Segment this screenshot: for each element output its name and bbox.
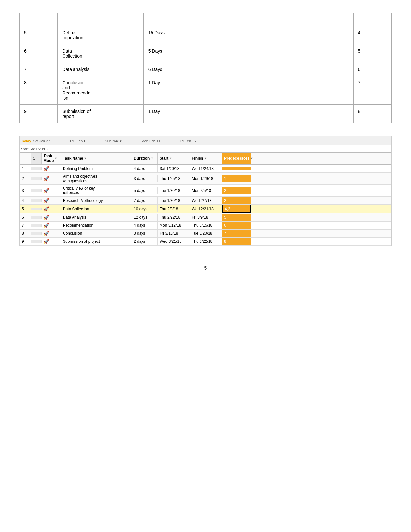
gantt-cell-pred: 5 xyxy=(222,214,251,221)
gantt-cell-duration: 3 days xyxy=(132,175,158,182)
gantt-cell-start: Thu 2/22/18 xyxy=(158,214,190,221)
sort-arrow-icon: ▼ xyxy=(151,157,153,160)
gantt-col-header-start: Start▼ xyxy=(158,153,190,164)
date-marker: Mon Feb 11 xyxy=(142,139,161,143)
gantt-cell-name: Critical view of keyrefrences xyxy=(61,185,132,196)
sort-arrow-icon: ▼ xyxy=(169,157,172,160)
gantt-cell-pred: 2 xyxy=(222,187,251,194)
gantt-cell-num: 4 xyxy=(20,197,31,204)
gantt-row: 1🚀Defining Problem4 daysSat 1/20/18Wed 1… xyxy=(20,165,391,173)
gantt-cell-mode: 🚀 xyxy=(42,222,61,229)
top-table-header-cell xyxy=(20,13,58,26)
date-marker: Sun 2/4/18 xyxy=(105,139,122,143)
sort-arrow-icon: ▼ xyxy=(84,157,87,160)
gantt-sub-header: Start Sat 1/20/18 xyxy=(20,145,391,153)
table-cell xyxy=(201,44,277,63)
gantt-col-header-pred: Predecessors▼ xyxy=(222,153,251,164)
table-cell xyxy=(277,26,353,44)
gantt-cell-name: Submission of project xyxy=(61,238,132,245)
gantt-cell-num: 7 xyxy=(20,222,31,229)
sort-arrow-icon: ▼ xyxy=(54,157,57,160)
gantt-cell-pred xyxy=(222,167,251,170)
sort-arrow-icon: ▼ xyxy=(250,157,253,160)
gantt-cell-mode: 🚀 xyxy=(42,197,61,204)
date-marker: Fri Feb 16 xyxy=(180,139,196,143)
gantt-cell-start: Thu 2/8/18 xyxy=(158,205,190,212)
gantt-cell-pred: 4,2 xyxy=(222,205,251,213)
gantt-row: 6🚀Data Analysis12 daysThu 2/22/18Fri 3/9… xyxy=(20,213,391,222)
gantt-cell-start: Thu 1/25/18 xyxy=(158,175,190,182)
gantt-cell-num: 6 xyxy=(20,214,31,221)
gantt-date-bar: Today Sat Jan 27Thu Feb 1Sun 2/4/18Mon F… xyxy=(20,136,391,145)
gantt-cell-info xyxy=(31,240,42,243)
gantt-cell-start: Wed 3/21/18 xyxy=(158,238,190,245)
table-cell: Definepopulation xyxy=(58,26,143,44)
table-cell xyxy=(277,63,353,76)
gantt-cell-finish: Tue 3/20/18 xyxy=(190,230,222,237)
gantt-cell-pred: 8 xyxy=(222,238,251,245)
gantt-cell-name: Conclusion xyxy=(61,230,132,237)
gantt-cell-duration: 7 days xyxy=(132,197,158,204)
gantt-col-header-finish: Finish▼ xyxy=(190,153,222,164)
gantt-cell-finish: Mon 2/5/18 xyxy=(190,187,222,194)
gantt-cell-duration: 3 days xyxy=(132,230,158,237)
gantt-chart: Today Sat Jan 27Thu Feb 1Sun 2/4/18Mon F… xyxy=(19,136,392,246)
table-cell: 4 xyxy=(353,26,391,44)
gantt-cell-mode: 🚀 xyxy=(42,213,61,221)
gantt-cell-name: Defining Problem xyxy=(61,165,132,172)
gantt-cell-num: 8 xyxy=(20,230,31,237)
gantt-cell-info xyxy=(31,208,42,210)
gantt-cell-num: 3 xyxy=(20,187,31,194)
table-cell: 15 Days xyxy=(143,26,201,44)
table-cell: Submission ofreport xyxy=(58,105,143,123)
gantt-row: 3🚀Critical view of keyrefrences5 daysTue… xyxy=(20,185,391,197)
table-cell: 5 xyxy=(353,44,391,63)
gantt-cell-duration: 4 days xyxy=(132,222,158,229)
gantt-cell-start: Tue 1/30/18 xyxy=(158,187,190,194)
gantt-col-header-mode: TaskMode▼ xyxy=(42,153,61,164)
gantt-cell-duration: 2 days xyxy=(132,238,158,245)
gantt-cell-info xyxy=(31,177,42,180)
table-cell: 7 xyxy=(353,76,391,105)
gantt-cell-info xyxy=(31,232,42,235)
gantt-row: 2🚀Aims and objectiveswith questions3 day… xyxy=(20,173,391,185)
date-marker: Sat Jan 27 xyxy=(33,139,50,143)
table-row: 6DataCollection5 Days5 xyxy=(20,44,392,63)
gantt-cell-finish: Wed 2/21/18 xyxy=(190,205,222,212)
today-label: Today xyxy=(21,139,31,143)
table-cell xyxy=(201,26,277,44)
gantt-cell-info xyxy=(31,216,42,219)
table-cell: DataCollection xyxy=(58,44,143,63)
gantt-cell-info xyxy=(31,167,42,170)
gantt-cell-duration: 12 days xyxy=(132,214,158,221)
gantt-cell-num: 1 xyxy=(20,165,31,172)
gantt-cell-finish: Mon 1/29/18 xyxy=(190,175,222,182)
task-mode-icon: 🚀 xyxy=(44,166,49,171)
gantt-cell-mode: 🚀 xyxy=(42,238,61,245)
task-mode-icon: 🚀 xyxy=(44,176,49,181)
gantt-col-header-info: ℹ xyxy=(31,153,42,164)
gantt-cell-start: Tue 1/30/18 xyxy=(158,197,190,204)
page-number: 5 xyxy=(19,265,392,271)
table-cell: 7 xyxy=(20,63,58,76)
table-cell: 5 xyxy=(20,26,58,44)
table-cell: 6 Days xyxy=(143,63,201,76)
gantt-col-header-name: Task Name▼ xyxy=(61,153,132,164)
task-mode-icon: 🚀 xyxy=(44,239,49,244)
gantt-cell-pred: 7 xyxy=(222,230,251,237)
gantt-cell-finish: Wed 2/7/18 xyxy=(190,197,222,204)
sort-arrow-icon: ▼ xyxy=(204,157,207,160)
table-cell: 1 Day xyxy=(143,76,201,105)
gantt-row: 7🚀Recommendation4 daysMon 3/12/18Thu 3/1… xyxy=(20,222,391,230)
start-date: Sat 1/20/18 xyxy=(29,147,47,151)
gantt-rows: 1🚀Defining Problem4 daysSat 1/20/18Wed 1… xyxy=(20,165,391,246)
table-cell xyxy=(201,76,277,105)
task-mode-icon: 🚀 xyxy=(44,206,49,212)
top-table-header-cell xyxy=(201,13,277,26)
table-cell xyxy=(201,63,277,76)
task-mode-icon: 🚀 xyxy=(44,198,49,203)
gantt-col-headers: ℹTaskMode▼Task Name▼Duration▼Start▼Finis… xyxy=(20,153,391,165)
gantt-cell-start: Mon 3/12/18 xyxy=(158,222,190,229)
table-row: 9Submission ofreport1 Day8 xyxy=(20,105,392,123)
task-mode-icon: 🚀 xyxy=(44,231,49,236)
